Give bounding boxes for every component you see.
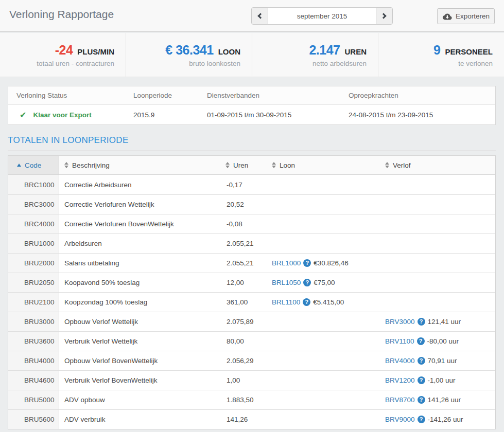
row-verlof: BRV8700?141,26 uur	[384, 390, 495, 409]
period-navigator	[251, 7, 393, 25]
verloning-status-card: Verloning Status Loonperiode Dienstverba…	[8, 86, 496, 125]
row-verlof: BRV4000?70,91 uur	[384, 351, 495, 370]
stat-value: € 36.341	[165, 43, 213, 57]
row-uren: 2.075,89	[221, 312, 268, 331]
row-uren: 1.883,50	[221, 390, 268, 409]
row-code: BRU3600	[8, 332, 59, 351]
column-header-oproepkrachten: Oproepkrachten	[349, 92, 495, 99]
sortable-icon	[64, 162, 68, 168]
table-row: BRC3000Correctie Verlofuren Wettelijk20,…	[8, 194, 495, 214]
row-loon: BRL1100?€5.415,00	[268, 293, 384, 312]
stat-subtitle: totaal uren - contracturen	[0, 60, 114, 67]
row-verlof	[384, 254, 495, 273]
column-header-code[interactable]: Code	[8, 156, 59, 174]
period-input[interactable]	[268, 7, 376, 25]
row-loon	[268, 195, 384, 214]
row-uren: 80,00	[221, 332, 268, 351]
row-loon-code-link[interactable]: BRL1100	[272, 298, 300, 306]
export-button-label: Exporteren	[456, 12, 490, 20]
table-row: BRU3600Verbruik Verlof Wettelijk80,00BRV…	[8, 331, 495, 351]
help-icon[interactable]: ?	[418, 357, 425, 365]
stat-plus-min: -24PLUS/MIN totaal uren - contracturen	[0, 33, 126, 77]
help-icon[interactable]: ?	[418, 376, 425, 384]
row-loon-code-link[interactable]: BRL1000	[272, 259, 301, 267]
table-row: BRU1000Arbeidsuren2.055,21	[8, 233, 495, 253]
sortable-icon	[225, 162, 230, 168]
table-row: BRU4000Opbouw Verlof BovenWettelijk2.056…	[8, 351, 495, 370]
row-code: BRU5600	[8, 410, 59, 429]
help-icon[interactable]: ?	[417, 337, 425, 345]
column-header-uren[interactable]: Uren	[221, 156, 268, 174]
row-uren: 361,00	[221, 293, 268, 312]
row-uren: 2.055,21	[221, 234, 268, 253]
row-code: BRU1000	[8, 234, 59, 253]
row-verlof	[384, 175, 495, 194]
totals-table: Code Beschrijving Uren Loon Verlof BRC10…	[8, 155, 496, 429]
next-period-button[interactable]	[376, 7, 393, 25]
column-header-verloning-status: Verloning Status	[8, 92, 133, 99]
table-row: BRU5600ADV verbruik141,26BRV9000?-141,26…	[8, 409, 495, 429]
row-beschrijving: Opbouw Verlof BovenWettelijk	[59, 351, 221, 370]
row-verlof-amount: -1,00 uur	[428, 376, 456, 384]
row-loon	[268, 175, 384, 194]
row-beschrijving: Verbruik Verlof Wettelijk	[59, 332, 221, 351]
stat-label: UREN	[344, 47, 367, 56]
table-row: BRU4600Verbruik Verlof BovenWettelijk1,0…	[8, 370, 495, 390]
row-verlof-code-link[interactable]: BRV9000	[385, 416, 415, 423]
row-loon	[268, 234, 384, 253]
row-loon	[268, 312, 384, 331]
totals-table-body: BRC1000Correctie Arbeidsuren-0,17BRC3000…	[8, 175, 495, 429]
row-code: BRC1000	[8, 175, 59, 194]
row-beschrijving: Opbouw Verlof Wettelijk	[59, 312, 221, 331]
row-beschrijving: ADV verbruik	[59, 410, 221, 429]
row-uren: 2.055,21	[221, 254, 268, 273]
row-verlof-code-link[interactable]: BRV3000	[385, 318, 415, 326]
row-code: BRU2100	[8, 293, 59, 312]
row-loon	[268, 410, 384, 429]
help-icon[interactable]: ?	[418, 396, 425, 404]
stat-label: LOON	[218, 47, 240, 56]
oproepkrachten-value: 24-08-2015 t/m 23-09-2015	[349, 111, 495, 119]
row-loon	[268, 371, 384, 390]
column-header-dienstverbanden: Dienstverbanden	[207, 92, 349, 99]
row-loon	[268, 351, 384, 370]
column-header-loon[interactable]: Loon	[268, 156, 384, 174]
row-uren: 2.056,29	[221, 351, 268, 370]
row-beschrijving: Koopavond 50% toeslag	[59, 273, 221, 292]
dienstverbanden-value: 01-09-2015 t/m 30-09-2015	[207, 111, 349, 119]
row-verlof: BRV3000?121,41 uur	[384, 312, 495, 331]
section-title: TOTALEN IN LOONPERIODE	[8, 135, 129, 146]
row-verlof-amount: -80,00 uur	[427, 337, 459, 345]
help-icon[interactable]: ?	[418, 318, 425, 326]
row-beschrijving: ADV opbouw	[59, 390, 221, 409]
row-verlof	[384, 195, 495, 214]
export-button[interactable]: Exporteren	[437, 8, 495, 24]
row-code: BRU3000	[8, 312, 59, 331]
row-uren: -0,08	[221, 214, 268, 233]
stat-value: -24	[55, 43, 73, 57]
stats-bar: -24PLUS/MIN totaal uren - contracturen €…	[0, 33, 504, 77]
table-row: BRU2050Koopavond 50% toeslag12,00BRL1050…	[8, 273, 495, 292]
row-verlof-amount: -141,26 uur	[428, 416, 463, 423]
column-header-loonperiode: Loonperiode	[133, 92, 207, 99]
row-verlof-code-link[interactable]: BRV8700	[385, 396, 415, 404]
row-code: BRU4000	[8, 351, 59, 370]
previous-period-button[interactable]	[251, 7, 268, 25]
column-header-beschrijving[interactable]: Beschrijving	[59, 156, 221, 174]
row-loon	[268, 214, 384, 233]
row-verlof-code-link[interactable]: BRV1200	[385, 376, 415, 384]
row-verlof-code-link[interactable]: BRV4000	[385, 357, 415, 365]
row-beschrijving: Correctie Verlofuren BovenWettelijk	[59, 214, 221, 233]
totals-table-header: Code Beschrijving Uren Loon Verlof	[8, 156, 495, 175]
help-icon[interactable]: ?	[303, 279, 311, 286]
help-icon[interactable]: ?	[303, 259, 311, 267]
row-verlof	[384, 273, 495, 292]
row-code: BRU2050	[8, 273, 59, 292]
sort-ascending-icon	[17, 164, 21, 167]
column-header-verlof[interactable]: Verlof	[384, 156, 495, 174]
row-loon-code-link[interactable]: BRL1050	[272, 279, 301, 286]
row-code: BRC3000	[8, 195, 59, 214]
help-icon[interactable]: ?	[418, 416, 425, 423]
row-verlof-code-link[interactable]: BRV1100	[385, 337, 414, 345]
help-icon[interactable]: ?	[303, 298, 310, 306]
